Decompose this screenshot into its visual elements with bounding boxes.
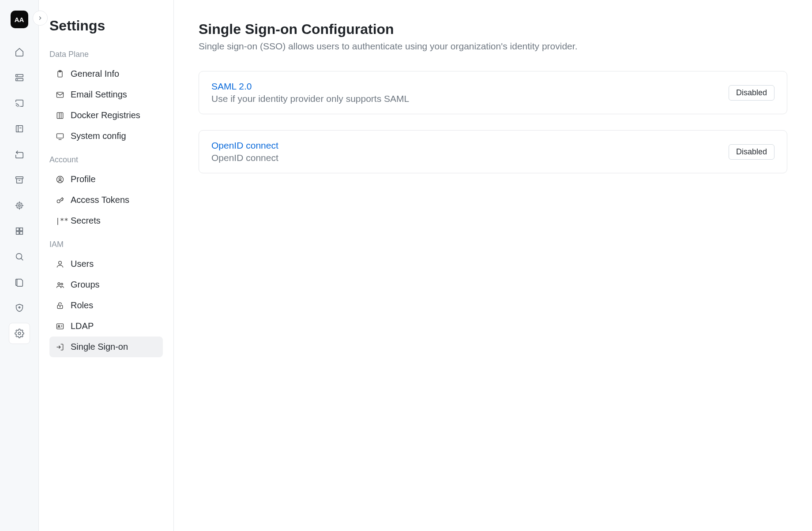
svg-rect-16 bbox=[19, 228, 22, 231]
expand-rail-button[interactable] bbox=[33, 11, 48, 26]
sso-card-saml: SAML 2.0 Use if your identity provider o… bbox=[199, 71, 787, 114]
code-icon bbox=[15, 150, 24, 159]
sidebar-item-label: General Info bbox=[71, 69, 119, 79]
columns-icon bbox=[56, 111, 64, 120]
section-account: Account bbox=[49, 155, 163, 165]
page-subtitle: Single sign-on (SSO) allows users to aut… bbox=[199, 41, 787, 52]
svg-point-39 bbox=[58, 325, 60, 326]
sidebar-item-general-info[interactable]: General Info bbox=[49, 64, 163, 84]
key-icon bbox=[56, 196, 64, 205]
svg-line-20 bbox=[21, 258, 23, 261]
svg-rect-4 bbox=[16, 126, 23, 132]
shield-icon bbox=[15, 303, 24, 313]
sidebar-item-label: Secrets bbox=[71, 216, 101, 226]
users-icon bbox=[56, 280, 64, 289]
svg-point-3 bbox=[17, 79, 17, 80]
monitor-icon bbox=[56, 132, 64, 141]
sidebar-item-label: Access Tokens bbox=[71, 195, 129, 205]
cast-icon bbox=[15, 98, 24, 108]
sidebar-title: Settings bbox=[49, 18, 163, 34]
id-card-icon bbox=[56, 322, 64, 331]
rail-item-security[interactable] bbox=[9, 297, 30, 318]
avatar[interactable]: AA bbox=[11, 11, 28, 28]
sidebar-item-label: Roles bbox=[71, 300, 93, 310]
search-icon bbox=[15, 252, 24, 262]
sso-card-desc: OpenID connect bbox=[211, 153, 278, 163]
cpu-icon bbox=[15, 201, 24, 210]
sidebar-item-label: Docker Registries bbox=[71, 110, 140, 120]
notebook-icon bbox=[15, 124, 24, 134]
lock-icon bbox=[56, 301, 64, 310]
sidebar-item-label: Email Settings bbox=[71, 90, 127, 100]
sidebar-item-docker-registries[interactable]: Docker Registries bbox=[49, 105, 163, 126]
sidebar-item-email-settings[interactable]: Email Settings bbox=[49, 84, 163, 105]
svg-rect-0 bbox=[15, 75, 23, 77]
svg-point-21 bbox=[18, 332, 21, 335]
sidebar-item-label: Users bbox=[71, 259, 94, 269]
archive-icon bbox=[15, 175, 24, 185]
svg-rect-28 bbox=[57, 134, 64, 138]
icon-rail: AA bbox=[0, 0, 39, 531]
secret-icon: |** bbox=[56, 217, 64, 225]
status-badge: Disabled bbox=[729, 144, 774, 160]
mail-icon bbox=[56, 90, 64, 99]
rail-item-archive[interactable] bbox=[9, 169, 30, 191]
page-title: Single Sign-on Configuration bbox=[199, 21, 787, 37]
status-badge: Disabled bbox=[729, 85, 774, 101]
svg-point-32 bbox=[57, 200, 60, 203]
sidebar-item-secrets[interactable]: |** Secrets bbox=[49, 210, 163, 231]
home-icon bbox=[15, 47, 24, 57]
rail-item-servers[interactable] bbox=[9, 67, 30, 88]
chevron-right-icon bbox=[37, 15, 43, 21]
files-icon bbox=[15, 277, 24, 287]
svg-rect-18 bbox=[19, 232, 22, 234]
svg-point-2 bbox=[17, 75, 17, 76]
sidebar-item-label: System config bbox=[71, 131, 126, 141]
svg-rect-10 bbox=[19, 205, 20, 206]
sidebar-item-label: Groups bbox=[71, 280, 100, 290]
sidebar-item-access-tokens[interactable]: Access Tokens bbox=[49, 190, 163, 210]
sidebar-item-system-config[interactable]: System config bbox=[49, 126, 163, 146]
rail-item-files[interactable] bbox=[9, 272, 30, 293]
svg-rect-38 bbox=[57, 324, 64, 329]
sidebar-item-label: Profile bbox=[71, 174, 96, 184]
section-data-plane: Data Plane bbox=[49, 50, 163, 59]
section-iam: IAM bbox=[49, 240, 163, 249]
sso-card-title-link[interactable]: OpenID connect bbox=[211, 140, 278, 151]
sso-card-desc: Use if your identity provider only suppo… bbox=[211, 93, 409, 104]
svg-rect-24 bbox=[57, 92, 64, 97]
svg-rect-7 bbox=[15, 177, 23, 179]
sidebar-item-profile[interactable]: Profile bbox=[49, 169, 163, 190]
sidebar-item-label: Single Sign-on bbox=[71, 342, 128, 352]
sidebar-item-groups[interactable]: Groups bbox=[49, 274, 163, 295]
apps-icon bbox=[15, 226, 24, 236]
main-content: Single Sign-on Configuration Single sign… bbox=[174, 0, 812, 531]
rail-item-apps[interactable] bbox=[9, 221, 30, 242]
rail-item-notebook[interactable] bbox=[9, 118, 30, 139]
svg-rect-1 bbox=[15, 79, 23, 81]
rail-item-home[interactable] bbox=[9, 41, 30, 63]
sidebar-item-ldap[interactable]: LDAP bbox=[49, 316, 163, 337]
settings-sidebar: Settings Data Plane General Info Email S… bbox=[39, 0, 174, 531]
sidebar-item-single-sign-on[interactable]: Single Sign-on bbox=[49, 337, 163, 357]
profile-icon bbox=[56, 175, 64, 184]
user-icon bbox=[56, 260, 64, 269]
sso-card-title-link[interactable]: SAML 2.0 bbox=[211, 81, 409, 92]
rail-item-settings[interactable] bbox=[9, 323, 30, 344]
svg-rect-17 bbox=[16, 232, 19, 234]
svg-point-33 bbox=[59, 261, 62, 264]
rail-item-code[interactable] bbox=[9, 144, 30, 165]
login-icon bbox=[56, 343, 64, 352]
sidebar-item-label: LDAP bbox=[71, 321, 94, 331]
svg-rect-9 bbox=[17, 203, 22, 208]
rail-item-search[interactable] bbox=[9, 246, 30, 267]
sidebar-item-roles[interactable]: Roles bbox=[49, 295, 163, 316]
gear-icon bbox=[15, 329, 24, 338]
svg-point-31 bbox=[59, 177, 61, 179]
svg-point-37 bbox=[60, 306, 60, 307]
rail-item-cast[interactable] bbox=[9, 93, 30, 114]
sso-card-openid: OpenID connect OpenID connect Disabled bbox=[199, 130, 787, 173]
sidebar-item-users[interactable]: Users bbox=[49, 254, 163, 274]
rail-item-cpu[interactable] bbox=[9, 195, 30, 216]
server-icon bbox=[15, 73, 24, 82]
